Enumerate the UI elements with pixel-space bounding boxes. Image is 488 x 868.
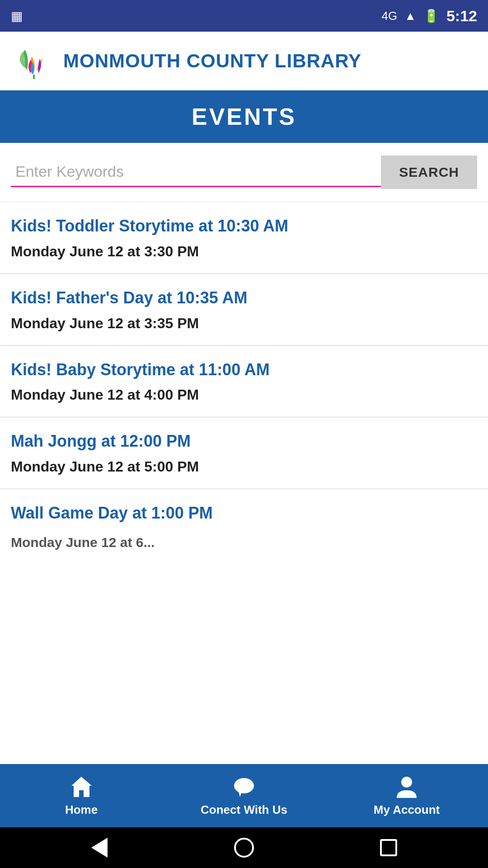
event-date-2: Monday June 12 at 3:35 PM xyxy=(11,315,477,332)
bottom-nav: Home Conect With Us My Account xyxy=(0,764,488,827)
recents-button[interactable] xyxy=(377,836,400,859)
search-input[interactable] xyxy=(11,157,381,187)
list-item[interactable]: Kids! Baby Storytime at 11:00 AM Monday … xyxy=(0,346,488,418)
android-nav-bar xyxy=(0,827,488,868)
event-title-1: Kids! Toddler Storytime at 10:30 AM xyxy=(11,216,477,237)
svg-marker-1 xyxy=(71,777,92,797)
event-title-4: Mah Jongg at 12:00 PM xyxy=(11,431,477,452)
event-title-3: Kids! Baby Storytime at 11:00 AM xyxy=(11,359,477,381)
home-button[interactable] xyxy=(233,836,255,859)
connect-icon xyxy=(232,774,257,799)
nav-account[interactable]: My Account xyxy=(325,768,488,823)
event-date-3: Monday June 12 at 4:00 PM xyxy=(11,387,477,403)
list-item[interactable]: Kids! Toddler Storytime at 10:30 AM Mond… xyxy=(0,202,488,274)
nav-connect[interactable]: Conect With Us xyxy=(163,768,325,823)
app-header: MONMOUTH COUNTY LIBRARY xyxy=(0,32,488,90)
logo-text: MONMOUTH COUNTY LIBRARY xyxy=(63,50,361,72)
logo-image xyxy=(14,41,54,81)
network-label: 4G xyxy=(382,9,398,23)
home-icon xyxy=(69,774,94,799)
event-date-5: Monday June 12 at 6... xyxy=(11,530,477,550)
back-button[interactable] xyxy=(88,836,111,859)
nav-home[interactable]: Home xyxy=(0,768,163,823)
status-bar: ▦ 4G ▲ 🔋 5:12 xyxy=(0,0,488,32)
event-date-4: Monday June 12 at 5:00 PM xyxy=(11,458,477,475)
account-icon xyxy=(394,774,419,799)
event-date-1: Monday June 12 at 3:30 PM xyxy=(11,243,477,260)
events-title: EVENTS xyxy=(192,104,296,130)
events-banner: EVENTS xyxy=(0,90,488,143)
events-list: Kids! Toddler Storytime at 10:30 AM Mond… xyxy=(0,202,488,764)
nav-connect-label: Conect With Us xyxy=(201,803,287,817)
svg-point-2 xyxy=(234,778,254,793)
svg-point-4 xyxy=(401,777,412,788)
search-bar: SEARCH xyxy=(0,143,488,202)
logo-area: MONMOUTH COUNTY LIBRARY xyxy=(14,41,361,81)
event-title-5: Wall Game Day at 1:00 PM xyxy=(11,503,477,524)
battery-icon: 🔋 xyxy=(423,9,439,24)
search-button[interactable]: SEARCH xyxy=(381,156,477,189)
signal-icon: ▲ xyxy=(404,9,416,23)
event-title-2: Kids! Father's Day at 10:35 AM xyxy=(11,288,477,309)
nav-home-label: Home xyxy=(65,803,98,817)
svg-marker-3 xyxy=(239,792,242,797)
list-item[interactable]: Mah Jongg at 12:00 PM Monday June 12 at … xyxy=(0,417,488,489)
nav-account-label: My Account xyxy=(374,803,440,817)
list-item[interactable]: Wall Game Day at 1:00 PM Monday June 12 … xyxy=(0,489,488,550)
sim-icon: ▦ xyxy=(11,9,23,23)
status-time: 5:12 xyxy=(446,7,477,25)
list-item[interactable]: Kids! Father's Day at 10:35 AM Monday Ju… xyxy=(0,274,488,346)
